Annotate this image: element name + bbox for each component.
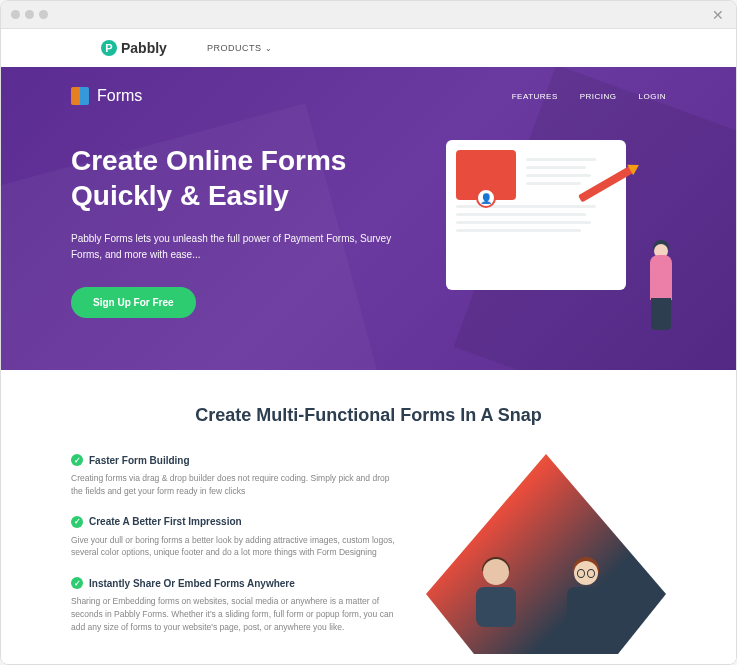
- feature-title-text: Create A Better First Impression: [89, 516, 242, 527]
- check-icon: ✓: [71, 454, 83, 466]
- feature-item: ✓ Instantly Share Or Embed Forms Anywher…: [71, 577, 396, 633]
- hero-section: Forms FEATURES PRICING LOGIN Create Onli…: [1, 67, 736, 370]
- card-header: 👤: [456, 150, 516, 200]
- check-icon: ✓: [71, 516, 83, 528]
- hero-text: Create Online Forms Quickly & Easily Pab…: [71, 143, 411, 318]
- page-content: P Pabbly PRODUCTS ⌄ Forms FEATURES PRICI…: [1, 29, 736, 664]
- features-image: [426, 454, 666, 654]
- feature-title-text: Faster Form Building: [89, 455, 190, 466]
- hero-title: Create Online Forms Quickly & Easily: [71, 143, 411, 213]
- features-grid: ✓ Faster Form Building Creating forms vi…: [71, 454, 666, 654]
- nav-features[interactable]: FEATURES: [512, 92, 558, 101]
- person-illustration: [636, 230, 686, 330]
- avatar-icon: 👤: [476, 188, 496, 208]
- nav-pricing[interactable]: PRICING: [580, 92, 617, 101]
- feature-title: ✓ Faster Form Building: [71, 454, 396, 466]
- close-icon[interactable]: ✕: [712, 7, 724, 23]
- hero-nav-links: FEATURES PRICING LOGIN: [512, 92, 666, 101]
- forms-icon: [71, 87, 89, 105]
- brand-icon: P: [101, 40, 117, 56]
- window-dot[interactable]: [25, 10, 34, 19]
- chevron-down-icon: ⌄: [265, 44, 273, 53]
- person-2: [556, 559, 616, 639]
- window-dot[interactable]: [39, 10, 48, 19]
- hero-description: Pabbly Forms lets you unleash the full p…: [71, 231, 411, 263]
- products-dropdown[interactable]: PRODUCTS ⌄: [207, 43, 273, 53]
- brand-name: Pabbly: [121, 40, 167, 56]
- person-1: [466, 559, 526, 639]
- hero-illustration: 👤: [446, 140, 666, 320]
- browser-frame: ✕ P Pabbly PRODUCTS ⌄ Forms FEATURES: [0, 0, 737, 665]
- feature-title: ✓ Instantly Share Or Embed Forms Anywher…: [71, 577, 396, 589]
- feature-title-text: Instantly Share Or Embed Forms Anywhere: [89, 578, 295, 589]
- window-controls: [11, 10, 48, 19]
- features-list: ✓ Faster Form Building Creating forms vi…: [71, 454, 396, 651]
- feature-description: Give your dull or boring forms a better …: [71, 534, 396, 560]
- features-section: Create Multi-Functional Forms In A Snap …: [1, 370, 736, 664]
- signup-button[interactable]: Sign Up For Free: [71, 287, 196, 318]
- window-dot[interactable]: [11, 10, 20, 19]
- browser-titlebar: ✕: [1, 1, 736, 29]
- feature-description: Sharing or Embedding forms on websites, …: [71, 595, 396, 633]
- feature-title: ✓ Create A Better First Impression: [71, 516, 396, 528]
- feature-item: ✓ Faster Form Building Creating forms vi…: [71, 454, 396, 498]
- feature-item: ✓ Create A Better First Impression Give …: [71, 516, 396, 560]
- people-illustration: [426, 454, 666, 654]
- check-icon: ✓: [71, 577, 83, 589]
- brand-logo[interactable]: P Pabbly: [101, 40, 167, 56]
- form-lines-bottom: [456, 205, 616, 232]
- hero-body: Create Online Forms Quickly & Easily Pab…: [71, 140, 666, 320]
- feature-description: Creating forms via drag & drop builder d…: [71, 472, 396, 498]
- form-card-illustration: 👤: [446, 140, 626, 290]
- hero-navigation: Forms FEATURES PRICING LOGIN: [71, 87, 666, 105]
- products-label: PRODUCTS: [207, 43, 262, 53]
- forms-logo[interactable]: Forms: [71, 87, 142, 105]
- section-title: Create Multi-Functional Forms In A Snap: [71, 405, 666, 426]
- nav-login[interactable]: LOGIN: [639, 92, 666, 101]
- top-navigation: P Pabbly PRODUCTS ⌄: [1, 29, 736, 67]
- forms-label: Forms: [97, 87, 142, 105]
